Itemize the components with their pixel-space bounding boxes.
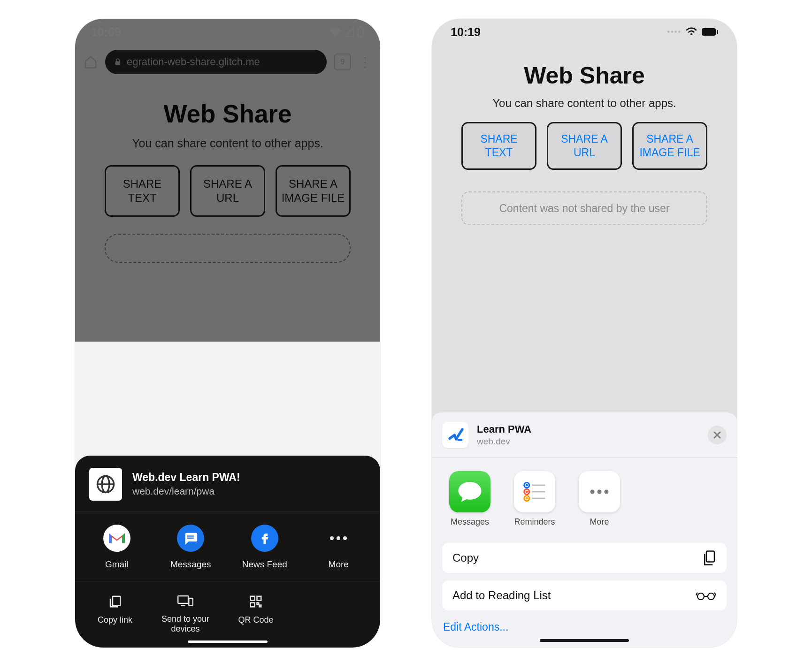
ios-home-bar[interactable]	[540, 639, 629, 642]
share-app-reminders[interactable]: Reminders	[509, 471, 560, 527]
share-url: web.dev/learn/pwa	[132, 486, 240, 497]
share-url: web.dev	[477, 436, 531, 447]
qr-icon	[249, 595, 263, 609]
share-app-messages[interactable]: Messages	[158, 525, 223, 570]
ios-phone: 10:19 •••• Web Share You can share conte…	[432, 19, 737, 648]
share-app-gmail[interactable]: Gmail	[84, 525, 150, 570]
svg-point-31	[598, 490, 602, 494]
svg-rect-12	[189, 598, 193, 606]
svg-rect-15	[251, 602, 255, 607]
svg-rect-33	[706, 551, 714, 562]
share-title: Learn PWA	[477, 423, 531, 435]
svg-point-30	[590, 490, 595, 494]
svg-point-28	[526, 497, 528, 499]
svg-rect-5	[187, 535, 194, 536]
devices-icon	[177, 595, 193, 608]
svg-point-25	[526, 490, 528, 493]
share-app-more[interactable]: More	[306, 525, 371, 570]
battery-icon	[701, 28, 718, 36]
share-text-button[interactable]: SHARE TEXT	[461, 122, 536, 170]
edit-actions-link[interactable]: Edit Actions...	[432, 618, 737, 648]
share-app-facebook[interactable]: News Feed	[232, 525, 298, 570]
share-app-more[interactable]: More	[574, 471, 625, 527]
share-image-button[interactable]: SHARE A IMAGE FILE	[632, 122, 707, 170]
copy-icon	[702, 550, 716, 566]
svg-rect-20	[458, 439, 463, 441]
reading-list-action[interactable]: Add to Reading List	[442, 580, 727, 610]
android-home-bar[interactable]	[188, 640, 268, 643]
ios-page: Web Share You can share content to other…	[432, 45, 737, 239]
svg-point-7	[330, 536, 334, 540]
glasses-icon	[696, 591, 716, 600]
svg-rect-13	[251, 596, 255, 601]
result-message: Content was not shared by the user	[461, 191, 707, 225]
share-url-button[interactable]: SHARE A URL	[547, 122, 622, 170]
copy-action[interactable]: Copy	[442, 543, 727, 573]
svg-rect-18	[702, 28, 716, 36]
svg-point-34	[697, 593, 704, 600]
send-devices-action[interactable]: Send to your devices	[150, 595, 221, 634]
clock: 10:19	[451, 25, 481, 39]
share-thumbnail	[442, 422, 468, 448]
share-header: Learn PWA web.dev	[432, 412, 737, 458]
share-thumbnail	[89, 468, 122, 501]
cellular-dots-icon: ••••	[667, 28, 682, 36]
svg-rect-19	[717, 30, 718, 34]
copy-icon	[108, 595, 122, 609]
ios-share-sheet: Learn PWA web.dev Messages Reminders	[432, 412, 737, 648]
copy-link-action[interactable]: Copy link	[80, 595, 150, 634]
android-phone: 10:09 egration-web-share.glitch.me 9 ⋮ W…	[75, 19, 380, 648]
svg-rect-16	[257, 602, 259, 604]
svg-point-32	[605, 490, 609, 494]
share-header: Web.dev Learn PWA! web.dev/learn/pwa	[75, 468, 380, 511]
share-app-messages[interactable]: Messages	[444, 471, 496, 527]
svg-rect-6	[187, 537, 194, 538]
svg-point-22	[526, 484, 528, 486]
svg-point-9	[343, 536, 347, 540]
share-title: Web.dev Learn PWA!	[132, 471, 240, 484]
wifi-icon	[685, 27, 697, 37]
ios-status-bar: 10:19 ••••	[432, 19, 737, 45]
close-button[interactable]	[708, 426, 727, 444]
page-subtitle: You can share content to other apps.	[432, 97, 737, 110]
svg-rect-14	[257, 596, 261, 601]
svg-rect-17	[260, 605, 261, 607]
qr-code-action[interactable]: QR Code	[221, 595, 291, 634]
svg-rect-10	[113, 596, 120, 606]
svg-point-8	[337, 536, 340, 540]
android-share-sheet: Web.dev Learn PWA! web.dev/learn/pwa Gma…	[75, 456, 380, 648]
page-title: Web Share	[432, 45, 737, 89]
svg-rect-11	[178, 596, 188, 603]
svg-point-35	[708, 593, 714, 600]
android-dim-overlay[interactable]	[75, 19, 380, 342]
